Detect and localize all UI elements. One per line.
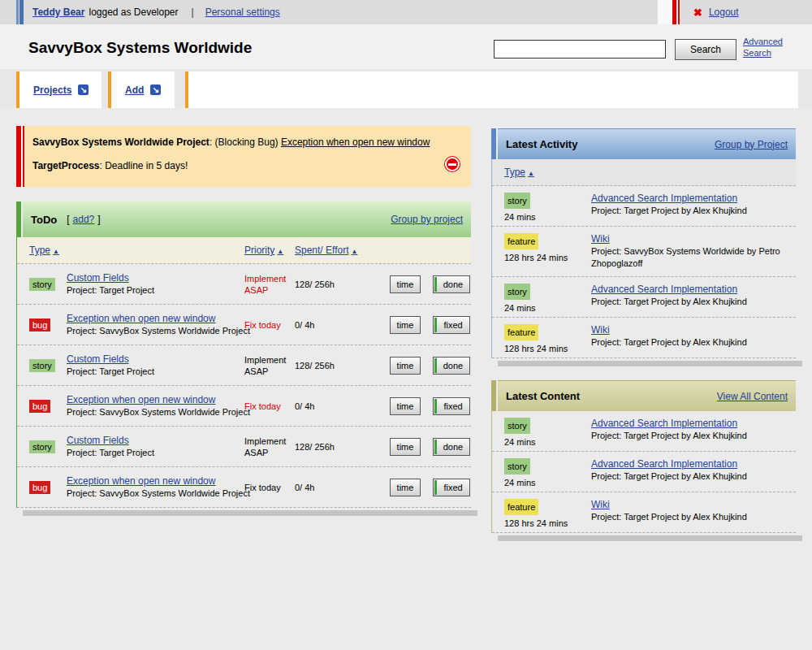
- item-detail: Project: Target Project by Alex Khujkind: [591, 470, 789, 483]
- todo-item-link[interactable]: Custom Fields: [67, 435, 129, 446]
- todo-item-link[interactable]: Custom Fields: [67, 272, 129, 284]
- list-item: story 24 mins Advanced Search Implementa…: [492, 411, 796, 452]
- alert-line-1: SavvyBox Systems Worldwide Project: (Blo…: [32, 136, 438, 149]
- priority-value: Implement ASAP: [244, 436, 296, 458]
- item-link[interactable]: Wiki: [591, 324, 610, 336]
- time-button[interactable]: time: [390, 438, 421, 456]
- done-button[interactable]: done: [433, 275, 470, 293]
- time-button[interactable]: time: [390, 316, 421, 334]
- sort-priority-link[interactable]: Priority: [244, 245, 274, 256]
- todo-item-link[interactable]: Exception when open new window: [67, 475, 215, 487]
- todo-item-project: Project: SavvyBox Systems Worldwide Proj…: [67, 325, 250, 337]
- logout-area: ✖ Logout: [680, 0, 812, 24]
- todo-item-project: Project: SavvyBox Systems Worldwide Proj…: [67, 406, 250, 418]
- logout-link[interactable]: Logout: [709, 6, 739, 18]
- activity-column-headers: Type▲: [492, 159, 796, 186]
- item-detail: Project: Target Project by Alex Khujkind: [591, 511, 789, 523]
- activity-header: Latest Activity Group by Project: [498, 128, 796, 159]
- sort-type-link[interactable]: Type: [504, 167, 525, 178]
- story-badge: story: [504, 284, 530, 300]
- item-duration: 128 hrs 24 mins: [504, 251, 568, 264]
- list-item: story 24 mins Advanced Search Implementa…: [492, 186, 796, 227]
- page: { "topbar": { "user_name": "Teddy Bear",…: [0, 0, 812, 650]
- item-detail: Project: Target Project by Alex Khujkind: [591, 296, 789, 308]
- arrow-down-right-icon[interactable]: ↘: [78, 84, 89, 95]
- time-button[interactable]: time: [390, 397, 421, 415]
- personal-settings-link[interactable]: Personal settings: [205, 6, 280, 18]
- activity-group-by-link[interactable]: Group by Project: [715, 139, 788, 150]
- fixed-button[interactable]: fixed: [433, 479, 470, 496]
- view-all-content-link[interactable]: View All Content: [717, 391, 788, 402]
- time-button[interactable]: time: [390, 357, 421, 375]
- time-button[interactable]: time: [390, 479, 421, 496]
- item-link[interactable]: Advanced Search Implementation: [591, 418, 737, 429]
- spent-effort-value: 128/ 256h: [295, 280, 335, 289]
- todo-green-bar-icon: [16, 202, 21, 237]
- bug-badge: bug: [29, 318, 50, 332]
- panel-shadow: [23, 510, 477, 516]
- content-header: Latest Content View All Content: [498, 380, 796, 411]
- spent-effort-value: 0/ 4h: [295, 483, 314, 492]
- item-duration: 24 mins: [504, 476, 536, 489]
- tab-add-label[interactable]: Add: [125, 84, 144, 96]
- fixed-button[interactable]: fixed: [433, 316, 470, 334]
- feature-badge: feature: [504, 499, 538, 515]
- alert-line-2: TargetProcess: Deadline in 5 days!: [32, 160, 438, 172]
- todo-item-link[interactable]: Exception when open new window: [67, 313, 215, 324]
- table-row: bug Exception when open new windowProjec…: [17, 467, 471, 508]
- table-row: bug Exception when open new windowProjec…: [17, 305, 471, 345]
- story-badge: story: [29, 278, 55, 291]
- item-link[interactable]: Advanced Search Implementation: [591, 458, 737, 470]
- spent-effort-value: 128/ 256h: [295, 361, 335, 370]
- priority-value: Fix today: [244, 482, 296, 493]
- sort-type-link[interactable]: Type: [29, 245, 50, 256]
- arrow-down-right-icon[interactable]: ↘: [150, 84, 161, 95]
- todo-group-by-link[interactable]: Group by project: [391, 214, 463, 225]
- alert-box: SavvyBox Systems Worldwide Project: (Blo…: [16, 126, 471, 187]
- item-link[interactable]: Wiki: [591, 499, 610, 510]
- latest-activity-panel: Latest Activity Group by Project Type▲ s…: [491, 128, 796, 366]
- fixed-button[interactable]: fixed: [433, 397, 470, 415]
- time-button[interactable]: time: [390, 275, 421, 293]
- item-link[interactable]: Advanced Search Implementation: [591, 193, 737, 204]
- story-badge: story: [29, 440, 55, 453]
- todo-header: ToDo [ add? ] Group by project: [23, 202, 471, 237]
- priority-value: Fix today: [244, 401, 296, 412]
- bug-badge: bug: [29, 400, 50, 413]
- topbar-gap: [658, 0, 680, 24]
- spent-effort-value: 0/ 4h: [295, 320, 314, 330]
- topbar-red-bar-icon: [672, 0, 676, 24]
- priority-value: Implement ASAP: [244, 354, 296, 377]
- sort-asc-icon: ▲: [277, 248, 283, 255]
- todo-item-link[interactable]: Custom Fields: [67, 353, 129, 365]
- search-input[interactable]: [494, 40, 666, 58]
- priority-value: Implement ASAP: [244, 273, 296, 296]
- activity-blue-bar-icon: [491, 128, 496, 159]
- todo-item-link[interactable]: Exception when open new window: [67, 394, 215, 405]
- done-button[interactable]: done: [433, 357, 470, 375]
- todo-item-project: Project: SavvyBox Systems Worldwide Proj…: [67, 488, 250, 500]
- todo-item-project: Project: Target Project: [67, 284, 154, 297]
- top-bar: Teddy Bear logged as Developer | Persona…: [0, 0, 658, 24]
- todo-add-link[interactable]: add?: [73, 214, 95, 225]
- add-bracket: ]: [97, 214, 100, 225]
- user-link[interactable]: Teddy Bear: [32, 6, 84, 18]
- tab-add[interactable]: Add ↘: [108, 72, 175, 108]
- table-row: story Custom FieldsProject: Target Proje…: [17, 427, 471, 467]
- sort-asc-icon: ▲: [352, 248, 358, 255]
- done-button[interactable]: done: [433, 438, 470, 456]
- item-link[interactable]: Advanced Search Implementation: [591, 284, 737, 295]
- alert-bug-link[interactable]: Exception when open new window: [281, 136, 430, 148]
- sort-spent-link[interactable]: Spent/ Effort: [295, 245, 349, 256]
- logout-x-icon[interactable]: ✖: [693, 6, 702, 19]
- todo-column-headers: Type▲ Priority▲ Spent/ Effort▲: [17, 237, 471, 264]
- tab-projects[interactable]: Projects ↘: [16, 72, 102, 108]
- bug-badge: bug: [29, 481, 50, 494]
- tab-projects-label[interactable]: Projects: [33, 84, 71, 96]
- item-link[interactable]: Wiki: [591, 233, 610, 245]
- todo-item-project: Project: Target Project: [67, 447, 154, 459]
- search-button[interactable]: Search: [675, 39, 736, 60]
- sort-asc-icon: ▲: [53, 248, 59, 255]
- advanced-search-link[interactable]: Advanced Search: [743, 36, 792, 58]
- table-row: story Custom FieldsProject: Target Proje…: [17, 345, 471, 386]
